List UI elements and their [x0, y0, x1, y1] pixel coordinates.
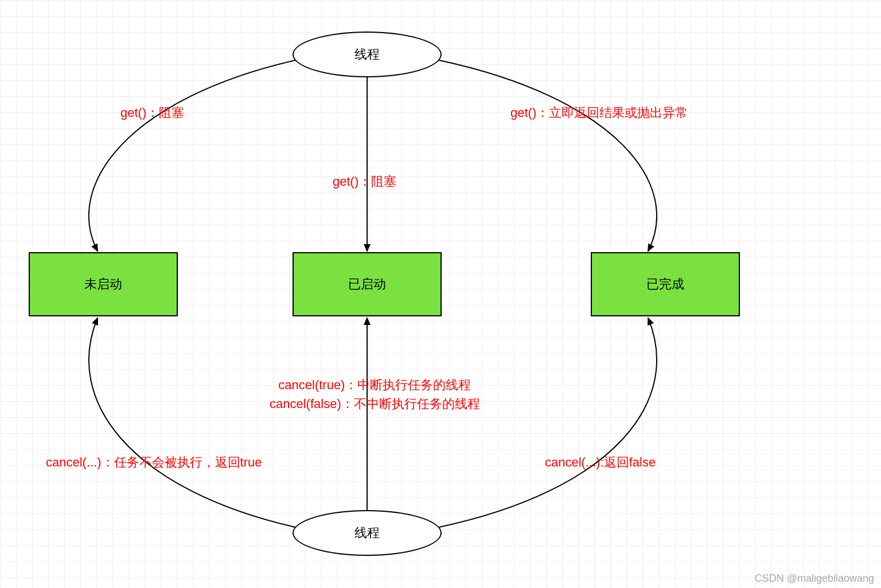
label-top-right: get()：立即返回结果或抛出异常: [510, 103, 688, 122]
node-state-not-started: 未启动: [29, 252, 178, 316]
label-bottom-middle: cancel(true)：中断执行任务的线程 cancel(false)：不中断…: [270, 375, 480, 413]
edge-top-to-right: [439, 60, 657, 251]
node-state-started: 已启动: [293, 252, 442, 316]
edge-top-to-left: [89, 60, 295, 251]
node-state-completed-label: 已完成: [646, 276, 684, 293]
watermark: CSDN @maligebilaowang: [755, 573, 874, 585]
node-state-started-label: 已启动: [348, 276, 386, 293]
edge-bottom-to-left: [89, 318, 295, 527]
node-state-completed: 已完成: [591, 252, 740, 316]
label-bottom-right: cancel(...):返回false: [545, 453, 656, 472]
label-top-left: get()：阻塞: [120, 103, 184, 122]
node-thread-top-label: 线程: [354, 46, 380, 63]
edge-bottom-to-right: [439, 318, 657, 527]
label-bottom-left: cancel(...)：任务不会被执行，返回true: [46, 453, 262, 472]
node-thread-top: 线程: [293, 32, 442, 77]
label-top-middle: get()：阻塞: [333, 172, 396, 191]
node-thread-bottom-label: 线程: [354, 524, 380, 542]
node-state-not-started-label: 未启动: [84, 276, 122, 293]
node-thread-bottom: 线程: [293, 510, 442, 556]
